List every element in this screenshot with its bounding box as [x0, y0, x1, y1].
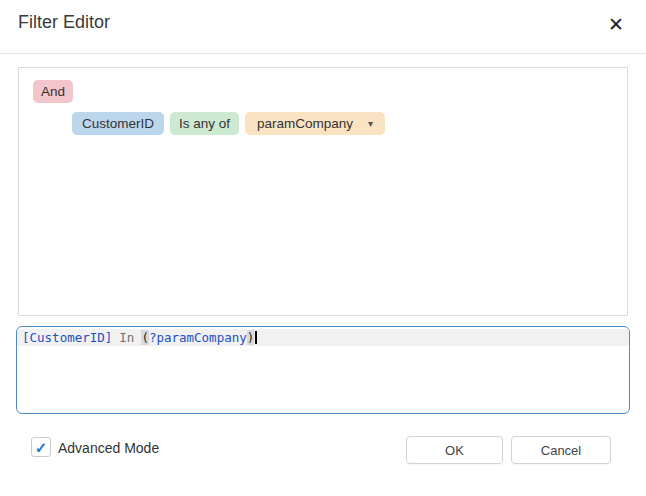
dialog-title: Filter Editor: [18, 12, 110, 33]
checkmark-icon: ✓: [35, 440, 48, 455]
dialog-header: Filter Editor ✕: [0, 0, 646, 53]
advanced-mode-checkbox[interactable]: ✓: [31, 437, 51, 457]
expression-line: [CustomerID]In(?paramCompany): [17, 329, 629, 346]
expression-keyword-token: In: [119, 330, 134, 345]
condition-value-badge[interactable]: paramCompany ▾: [245, 112, 385, 135]
group-operator-badge[interactable]: And: [33, 80, 73, 103]
chevron-down-icon: ▾: [368, 115, 373, 132]
condition-field-badge[interactable]: CustomerID: [72, 112, 164, 135]
expression-field-token: [CustomerID]: [22, 330, 112, 345]
close-icon[interactable]: ✕: [602, 10, 630, 38]
filter-builder-panel[interactable]: And CustomerID Is any of paramCompany ▾: [18, 67, 628, 316]
ok-button[interactable]: OK: [406, 436, 503, 464]
expression-parameter-token: ?paramCompany: [149, 330, 247, 345]
cancel-button[interactable]: Cancel: [511, 436, 611, 464]
expression-editor[interactable]: [CustomerID]In(?paramCompany): [16, 326, 630, 414]
text-caret: [255, 331, 257, 344]
header-divider: [0, 53, 646, 54]
condition-operator-badge[interactable]: Is any of: [170, 112, 239, 135]
filter-condition-row: CustomerID Is any of paramCompany ▾: [72, 112, 385, 135]
expression-close-paren-token: ): [247, 330, 255, 345]
advanced-mode-label: Advanced Mode: [58, 440, 159, 456]
condition-value-label: paramCompany: [257, 115, 353, 132]
expression-open-paren-token: (: [141, 330, 149, 345]
